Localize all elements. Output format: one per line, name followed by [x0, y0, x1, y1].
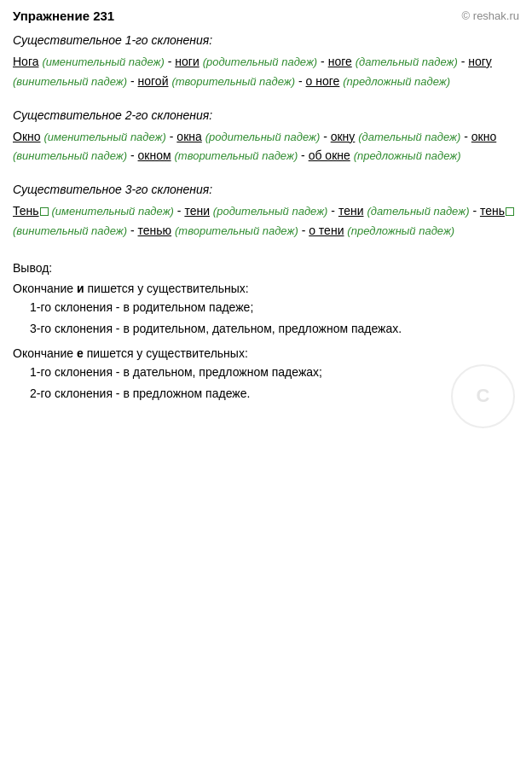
word-case-2-1: (именительный падеж): [43, 131, 165, 143]
separator: -: [298, 74, 306, 88]
separator: -: [301, 148, 309, 162]
separator: -: [331, 204, 338, 218]
ending-e-item-1: 1-го склонения - в дательном, предложном…: [13, 363, 519, 381]
word-form-1-5: ногой: [138, 74, 169, 88]
word-case-1-2: (родительный падеж): [203, 55, 318, 68]
word-form-2-4: окно: [471, 130, 496, 143]
word-form-1-1: Нога: [13, 55, 38, 68]
word-case-1-1: (именительный падеж): [42, 55, 164, 68]
ending-i-item-2: 3-го склонения - в родительном, дательно…: [13, 320, 519, 338]
word-form-2-2: окна: [176, 130, 201, 143]
word-case-3-1: (именительный падеж): [51, 205, 173, 218]
word-case-2-6: (предложный падеж): [354, 149, 461, 162]
ending-e-bold: е: [77, 346, 84, 360]
word-form-1-4: ногу: [468, 55, 492, 68]
word-case-2-2: (родительный падеж): [205, 131, 321, 143]
separator: -: [302, 224, 309, 237]
word-case-3-2: (родительный падеж): [213, 205, 328, 218]
reshak-circle-watermark: C: [451, 364, 515, 428]
word-form-3-1: Тень: [13, 204, 39, 218]
separator: -: [472, 204, 480, 218]
word-case-3-6: (предложный падеж): [347, 224, 454, 237]
site-watermark: © reshak.ru: [462, 9, 519, 22]
word-form-1-2: ноги: [175, 55, 199, 68]
ending-e-item-2: 2-го склонения - в предложном падеже.: [13, 385, 519, 403]
word-line-1: Нога (именительный падеж) - ноги (родите…: [13, 52, 519, 91]
word-line-2: Окно (именительный падеж) - окна (родите…: [13, 127, 519, 166]
word-form-1-6: о ноге: [306, 74, 340, 88]
section-heading-2: Существительное 2-го склонения:: [13, 108, 519, 122]
conclusion-section: Вывод: Окончание и пишется у существител…: [13, 261, 519, 403]
separator: -: [464, 130, 471, 143]
ending-i-bold: и: [77, 282, 84, 295]
word-form-1-3: ноге: [328, 55, 352, 68]
separator: -: [130, 148, 138, 162]
word-case-3-5: (творительный падеж): [175, 224, 298, 237]
word-case-1-5: (творительный падеж): [171, 75, 295, 88]
section-heading-3: Существительное 3-го склонения:: [13, 183, 519, 196]
word-case-2-3: (дательный падеж): [358, 131, 460, 143]
declension-section-3: Существительное 3-го склонения: Тень (им…: [13, 183, 519, 241]
ending-e-title: Окончание е пишется у существительных:: [13, 346, 519, 360]
word-case-1-6: (предложный падеж): [343, 75, 450, 88]
ending-i-item-1: 1-го склонения - в родительном падеже;: [13, 299, 519, 317]
separator: -: [130, 74, 138, 88]
word-case-2-5: (творительный падеж): [175, 149, 298, 162]
word-case-3-3: (дательный падеж): [367, 205, 469, 218]
word-form-2-1: Окно: [13, 130, 41, 143]
separator: -: [321, 55, 328, 68]
section-heading-1: Существительное 1-го склонения:: [13, 33, 519, 47]
word-form-3-6: о тени: [309, 224, 344, 237]
word-form-3-5: тенью: [138, 224, 172, 237]
word-line-3: Тень (именительный падеж) - тени (родите…: [13, 201, 519, 241]
page-title: Упражнение 231: [13, 9, 114, 23]
word-form-2-5: окном: [138, 148, 171, 162]
word-case-1-3: (дательный падеж): [356, 55, 458, 68]
separator: -: [168, 55, 176, 68]
word-case-2-4: (винительный падеж): [13, 149, 127, 162]
word-case-1-4: (винительный падеж): [13, 75, 127, 88]
word-form-2-3: окну: [331, 130, 356, 143]
separator: -: [130, 224, 138, 237]
separator: -: [323, 130, 331, 143]
conclusion-title: Вывод:: [13, 261, 519, 275]
declension-section-2: Существительное 2-го склонения: Окно (им…: [13, 108, 519, 166]
separator: -: [461, 55, 469, 68]
word-form-2-6: об окне: [309, 148, 350, 162]
word-form-3-2: тени: [184, 204, 210, 218]
word-form-3-4: тень: [480, 204, 505, 218]
ending-i-title: Окончание и пишется у существительных:: [13, 282, 519, 295]
declension-section-1: Существительное 1-го склонения: Нога (им…: [13, 33, 519, 91]
word-case-3-4: (винительный падеж): [13, 224, 127, 237]
word-form-3-3: тени: [338, 204, 364, 218]
